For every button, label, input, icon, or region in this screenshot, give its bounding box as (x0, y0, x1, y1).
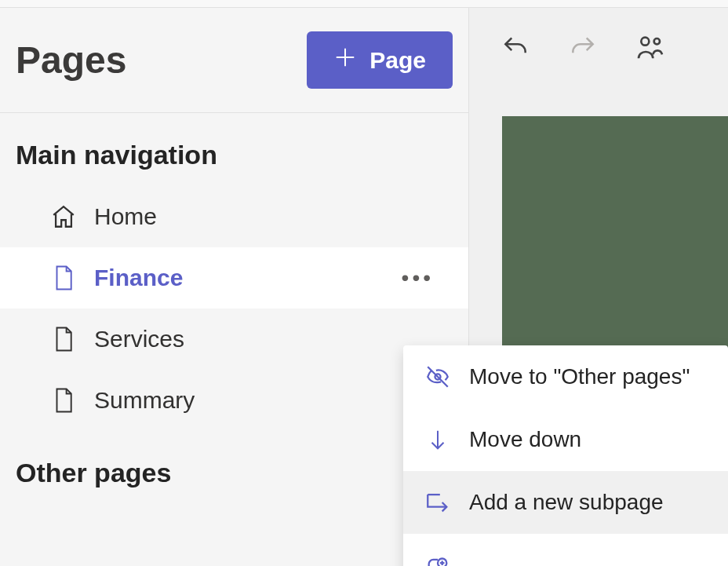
home-icon (50, 203, 77, 230)
editor-toolbar (469, 8, 728, 88)
sidebar-title: Pages (16, 38, 126, 82)
context-move-to-other-pages[interactable]: Move to "Other pages" (403, 345, 728, 408)
sidebar-header: Pages Page (0, 8, 468, 113)
pages-sidebar: Pages Page Main navigation Home (0, 8, 469, 566)
svg-point-3 (654, 38, 660, 44)
redo-button[interactable] (565, 30, 601, 66)
page-context-menu: Move to "Other pages" Move down Add a ne… (403, 345, 728, 566)
page-icon (50, 387, 77, 414)
svg-point-2 (641, 38, 649, 46)
more-options-button[interactable]: ••• (402, 265, 434, 290)
context-item-label: Add a new subpage (469, 490, 664, 515)
new-page-label: Page (369, 47, 426, 74)
nav-item-services[interactable]: Services (0, 309, 468, 370)
window-top-bar (0, 0, 728, 8)
plus-icon (333, 46, 357, 75)
context-move-down[interactable]: Move down (403, 408, 728, 471)
main-navigation-heading: Main navigation (0, 113, 468, 186)
main-navigation-list: Home Finance ••• Services (0, 186, 468, 431)
other-pages-heading: Other pages (0, 431, 468, 504)
undo-button[interactable] (497, 30, 533, 66)
page-icon (50, 326, 77, 352)
page-icon (50, 265, 77, 291)
context-item-label: Move to "Other pages" (469, 364, 690, 389)
comments-button[interactable] (632, 30, 668, 66)
context-item-label: Move down (469, 427, 581, 452)
nav-item-summary[interactable]: Summary (0, 370, 468, 431)
new-page-button[interactable]: Page (307, 31, 453, 89)
nav-item-home[interactable]: Home (0, 186, 468, 247)
nav-item-label: Home (94, 203, 460, 230)
add-icon (424, 551, 452, 566)
nav-item-finance[interactable]: Finance ••• (0, 247, 468, 309)
hide-icon (424, 363, 452, 391)
arrow-down-icon (424, 425, 452, 454)
context-add-subpage[interactable]: Add a new subpage (403, 471, 728, 534)
subpage-icon (424, 488, 452, 517)
context-item-partial[interactable] (403, 534, 728, 566)
nav-item-label: Finance (94, 265, 384, 291)
page-canvas[interactable] (502, 116, 728, 352)
